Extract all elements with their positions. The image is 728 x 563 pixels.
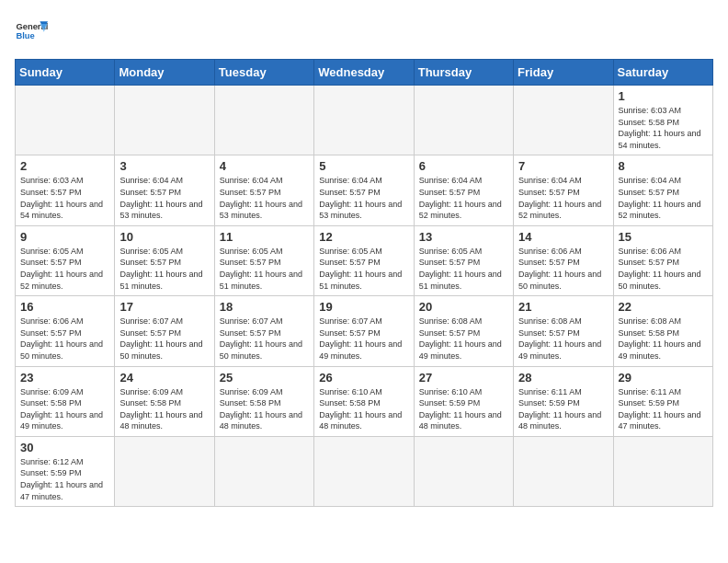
calendar-day-cell: 28Sunrise: 6:11 AMSunset: 5:59 PMDayligh… bbox=[514, 366, 613, 436]
calendar-day-cell: 21Sunrise: 6:08 AMSunset: 5:57 PMDayligh… bbox=[514, 296, 613, 366]
day-info: Sunrise: 6:11 AMSunset: 5:59 PMDaylight:… bbox=[619, 386, 708, 432]
calendar-day-cell: 16Sunrise: 6:06 AMSunset: 5:57 PMDayligh… bbox=[16, 296, 115, 366]
calendar-day-cell bbox=[115, 86, 214, 155]
calendar-week-row: 1Sunrise: 6:03 AMSunset: 5:58 PMDaylight… bbox=[16, 86, 713, 155]
calendar-day-cell: 1Sunrise: 6:03 AMSunset: 5:58 PMDaylight… bbox=[613, 86, 712, 155]
day-number: 21 bbox=[518, 300, 608, 314]
page-header: General Blue bbox=[15, 15, 713, 48]
calendar-week-row: 23Sunrise: 6:09 AMSunset: 5:58 PMDayligh… bbox=[16, 366, 713, 436]
day-number: 10 bbox=[119, 230, 209, 244]
calendar-day-cell bbox=[115, 436, 214, 506]
day-number: 8 bbox=[619, 159, 708, 173]
calendar-day-cell: 29Sunrise: 6:11 AMSunset: 5:59 PMDayligh… bbox=[613, 366, 712, 436]
day-info: Sunrise: 6:05 AMSunset: 5:57 PMDaylight:… bbox=[20, 246, 109, 292]
calendar-day-cell bbox=[514, 436, 613, 506]
day-number: 2 bbox=[20, 159, 109, 173]
day-info: Sunrise: 6:04 AMSunset: 5:57 PMDaylight:… bbox=[518, 175, 608, 221]
calendar-week-row: 9Sunrise: 6:05 AMSunset: 5:57 PMDaylight… bbox=[16, 225, 713, 295]
day-info: Sunrise: 6:09 AMSunset: 5:58 PMDaylight:… bbox=[220, 386, 309, 432]
day-info: Sunrise: 6:08 AMSunset: 5:57 PMDaylight:… bbox=[419, 316, 508, 362]
weekday-header-monday: Monday bbox=[115, 60, 214, 86]
day-info: Sunrise: 6:04 AMSunset: 5:57 PMDaylight:… bbox=[419, 175, 508, 221]
day-info: Sunrise: 6:05 AMSunset: 5:57 PMDaylight:… bbox=[319, 246, 408, 292]
day-info: Sunrise: 6:12 AMSunset: 5:59 PMDaylight:… bbox=[20, 456, 109, 502]
calendar-week-row: 2Sunrise: 6:03 AMSunset: 5:57 PMDaylight… bbox=[16, 155, 713, 225]
calendar-day-cell bbox=[514, 86, 613, 155]
day-info: Sunrise: 6:04 AMSunset: 5:57 PMDaylight:… bbox=[619, 175, 708, 221]
logo: General Blue bbox=[15, 15, 48, 48]
calendar-week-row: 16Sunrise: 6:06 AMSunset: 5:57 PMDayligh… bbox=[16, 296, 713, 366]
day-number: 16 bbox=[20, 300, 109, 314]
day-number: 18 bbox=[220, 300, 309, 314]
day-number: 20 bbox=[419, 300, 508, 314]
calendar-day-cell: 12Sunrise: 6:05 AMSunset: 5:57 PMDayligh… bbox=[314, 225, 414, 295]
calendar-day-cell bbox=[613, 436, 712, 506]
day-info: Sunrise: 6:10 AMSunset: 5:59 PMDaylight:… bbox=[419, 386, 508, 432]
day-number: 9 bbox=[20, 230, 109, 244]
day-info: Sunrise: 6:09 AMSunset: 5:58 PMDaylight:… bbox=[20, 386, 109, 432]
day-number: 1 bbox=[619, 89, 708, 103]
day-number: 17 bbox=[119, 300, 209, 314]
weekday-header-row: SundayMondayTuesdayWednesdayThursdayFrid… bbox=[16, 60, 713, 86]
calendar-day-cell: 3Sunrise: 6:04 AMSunset: 5:57 PMDaylight… bbox=[115, 155, 214, 225]
day-info: Sunrise: 6:03 AMSunset: 5:57 PMDaylight:… bbox=[20, 175, 109, 221]
day-info: Sunrise: 6:09 AMSunset: 5:58 PMDaylight:… bbox=[119, 386, 209, 432]
day-info: Sunrise: 6:08 AMSunset: 5:57 PMDaylight:… bbox=[518, 316, 608, 362]
calendar-day-cell: 11Sunrise: 6:05 AMSunset: 5:57 PMDayligh… bbox=[214, 225, 313, 295]
calendar-day-cell: 15Sunrise: 6:06 AMSunset: 5:57 PMDayligh… bbox=[613, 225, 712, 295]
day-number: 29 bbox=[619, 371, 708, 385]
calendar-day-cell: 5Sunrise: 6:04 AMSunset: 5:57 PMDaylight… bbox=[314, 155, 414, 225]
day-info: Sunrise: 6:06 AMSunset: 5:57 PMDaylight:… bbox=[20, 316, 109, 362]
calendar-day-cell: 27Sunrise: 6:10 AMSunset: 5:59 PMDayligh… bbox=[414, 366, 513, 436]
day-info: Sunrise: 6:11 AMSunset: 5:59 PMDaylight:… bbox=[518, 386, 608, 432]
day-number: 23 bbox=[20, 371, 109, 385]
calendar-day-cell: 25Sunrise: 6:09 AMSunset: 5:58 PMDayligh… bbox=[214, 366, 313, 436]
day-info: Sunrise: 6:08 AMSunset: 5:58 PMDaylight:… bbox=[619, 316, 708, 362]
calendar-day-cell: 26Sunrise: 6:10 AMSunset: 5:58 PMDayligh… bbox=[314, 366, 414, 436]
calendar-day-cell bbox=[414, 86, 513, 155]
logo-icon: General Blue bbox=[15, 15, 48, 48]
calendar-day-cell: 8Sunrise: 6:04 AMSunset: 5:57 PMDaylight… bbox=[613, 155, 712, 225]
day-number: 30 bbox=[20, 441, 109, 454]
day-info: Sunrise: 6:04 AMSunset: 5:57 PMDaylight:… bbox=[220, 175, 309, 221]
day-number: 7 bbox=[518, 159, 608, 173]
day-info: Sunrise: 6:07 AMSunset: 5:57 PMDaylight:… bbox=[220, 316, 309, 362]
calendar-day-cell bbox=[214, 86, 313, 155]
weekday-header-sunday: Sunday bbox=[16, 60, 115, 86]
day-number: 13 bbox=[419, 230, 508, 244]
day-info: Sunrise: 6:06 AMSunset: 5:57 PMDaylight:… bbox=[518, 246, 608, 292]
calendar-day-cell: 4Sunrise: 6:04 AMSunset: 5:57 PMDaylight… bbox=[214, 155, 313, 225]
calendar-day-cell: 30Sunrise: 6:12 AMSunset: 5:59 PMDayligh… bbox=[16, 436, 115, 506]
svg-text:Blue: Blue bbox=[16, 31, 34, 40]
day-number: 3 bbox=[119, 159, 209, 173]
calendar-day-cell bbox=[314, 436, 414, 506]
calendar-day-cell bbox=[414, 436, 513, 506]
day-number: 6 bbox=[419, 159, 508, 173]
day-info: Sunrise: 6:04 AMSunset: 5:57 PMDaylight:… bbox=[119, 175, 209, 221]
calendar-day-cell: 22Sunrise: 6:08 AMSunset: 5:58 PMDayligh… bbox=[613, 296, 712, 366]
calendar-day-cell: 24Sunrise: 6:09 AMSunset: 5:58 PMDayligh… bbox=[115, 366, 214, 436]
day-number: 15 bbox=[619, 230, 708, 244]
calendar-day-cell: 20Sunrise: 6:08 AMSunset: 5:57 PMDayligh… bbox=[414, 296, 513, 366]
calendar-day-cell: 2Sunrise: 6:03 AMSunset: 5:57 PMDaylight… bbox=[16, 155, 115, 225]
calendar-day-cell: 19Sunrise: 6:07 AMSunset: 5:57 PMDayligh… bbox=[314, 296, 414, 366]
day-number: 4 bbox=[220, 159, 309, 173]
calendar-day-cell: 6Sunrise: 6:04 AMSunset: 5:57 PMDaylight… bbox=[414, 155, 513, 225]
weekday-header-tuesday: Tuesday bbox=[214, 60, 313, 86]
day-number: 14 bbox=[518, 230, 608, 244]
day-number: 24 bbox=[119, 371, 209, 385]
weekday-header-wednesday: Wednesday bbox=[314, 60, 414, 86]
day-info: Sunrise: 6:05 AMSunset: 5:57 PMDaylight:… bbox=[220, 246, 309, 292]
day-number: 22 bbox=[619, 300, 708, 314]
calendar-day-cell: 23Sunrise: 6:09 AMSunset: 5:58 PMDayligh… bbox=[16, 366, 115, 436]
calendar-day-cell bbox=[16, 86, 115, 155]
day-number: 26 bbox=[319, 371, 408, 385]
calendar-day-cell: 9Sunrise: 6:05 AMSunset: 5:57 PMDaylight… bbox=[16, 225, 115, 295]
calendar-day-cell: 13Sunrise: 6:05 AMSunset: 5:57 PMDayligh… bbox=[414, 225, 513, 295]
day-number: 11 bbox=[220, 230, 309, 244]
day-info: Sunrise: 6:10 AMSunset: 5:58 PMDaylight:… bbox=[319, 386, 408, 432]
calendar-day-cell: 10Sunrise: 6:05 AMSunset: 5:57 PMDayligh… bbox=[115, 225, 214, 295]
calendar-table: SundayMondayTuesdayWednesdayThursdayFrid… bbox=[15, 59, 713, 507]
calendar-day-cell bbox=[314, 86, 414, 155]
calendar-day-cell: 14Sunrise: 6:06 AMSunset: 5:57 PMDayligh… bbox=[514, 225, 613, 295]
